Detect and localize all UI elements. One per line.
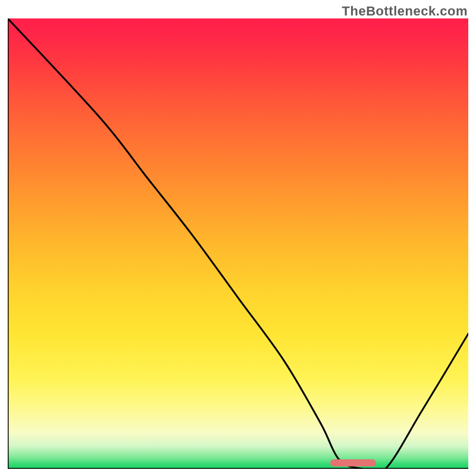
watermark-text: TheBottleneck.com — [342, 4, 468, 19]
chart-background-gradient — [8, 18, 468, 469]
chart-plot-area — [8, 18, 468, 469]
optimal-range-marker — [330, 459, 376, 466]
